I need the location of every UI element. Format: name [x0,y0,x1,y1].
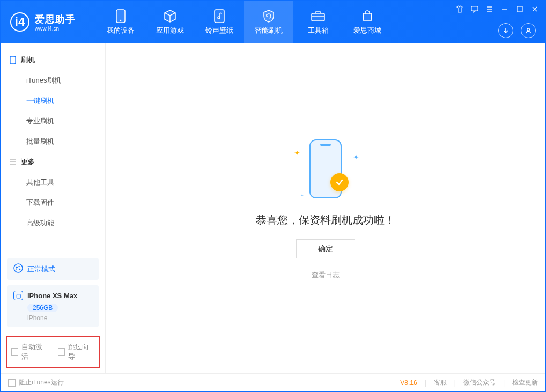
success-illustration: ✦ ✦ ✦ [291,137,360,201]
sidebar-section-flash: 刷机 [1,50,105,70]
section-title: 刷机 [21,55,35,65]
svg-point-1 [120,20,122,21]
logo-icon: i4 [10,12,29,32]
device-type: iPhone [27,314,92,322]
device-capacity: 256GB [27,304,58,312]
tab-apps[interactable]: 应用游戏 [145,1,195,43]
close-button[interactable] [530,5,539,13]
mode-icon [13,263,23,275]
tab-label: 工具箱 [308,26,329,35]
download-button[interactable] [498,23,513,38]
view-log-link[interactable]: 查看日志 [312,270,340,280]
sparkle-icon: ✦ [300,193,304,198]
footer-link-wechat[interactable]: 微信公众号 [463,378,496,387]
sidebar-item-pro-flash[interactable]: 专业刷机 [1,111,105,131]
checkbox-block-itunes[interactable]: 阻止iTunes运行 [8,378,64,387]
svg-point-7 [527,28,530,31]
mode-chip[interactable]: 正常模式 [7,258,99,280]
user-button[interactable] [521,23,536,38]
footer-link-cs[interactable]: 客服 [434,378,447,387]
main-content: ✦ ✦ ✦ 恭喜您，保资料刷机成功啦！ 确定 查看日志 [106,43,545,373]
tab-label: 我的设备 [107,26,135,35]
svg-rect-6 [517,6,522,12]
ok-button[interactable]: 确定 [296,239,355,258]
logo: i4 爱思助手 www.i4.cn [1,1,85,43]
nav-tabs: 我的设备 应用游戏 铃声壁纸 智能刷机 工具箱 爱思商城 [96,1,392,43]
success-message: 恭喜您，保资料刷机成功啦！ [256,213,395,227]
section-title: 更多 [21,157,35,167]
sidebar-section-more: 更多 [1,152,105,172]
version-label: V8.16 [400,379,417,387]
tab-label: 爱思商城 [353,26,381,35]
svg-rect-5 [471,6,478,11]
tab-toolbox[interactable]: 工具箱 [293,1,343,43]
minimize-button[interactable] [500,5,509,13]
checkbox-auto-activate[interactable]: 自动激活 [11,342,48,361]
device-icon: ▢ [13,291,23,300]
sparkle-icon: ✦ [353,153,359,161]
app-subtitle: www.i4.cn [35,26,76,32]
tab-my-device[interactable]: 我的设备 [96,1,145,43]
svg-rect-8 [10,56,16,64]
tab-ringtones[interactable]: 铃声壁纸 [195,1,244,43]
list-icon [9,158,17,166]
sparkle-icon: ✦ [294,149,300,157]
sidebar-item-advanced[interactable]: 高级功能 [1,213,105,233]
options-highlight: 自动激活 跳过向导 [6,336,100,368]
check-badge-icon [330,173,349,191]
svg-point-11 [19,269,21,270]
music-file-icon [213,9,225,24]
svg-rect-2 [215,10,224,23]
cube-icon [163,9,177,24]
tab-label: 应用游戏 [156,26,184,35]
device-name: iPhone XS Max [27,292,77,300]
tab-label: 智能刷机 [255,26,283,35]
phone-icon [115,9,126,24]
status-bar: 阻止iTunes运行 V8.16 | 客服 | 微信公众号 | 检查更新 [1,373,545,391]
tab-label: 铃声壁纸 [205,26,233,35]
footer-link-update[interactable]: 检查更新 [512,378,538,387]
phone-outline-icon [9,56,17,64]
bag-icon [361,9,374,24]
svg-point-9 [14,264,23,272]
sidebar-item-download-firmware[interactable]: 下载固件 [1,193,105,213]
maximize-button[interactable] [515,5,524,13]
sidebar-item-one-click-flash[interactable]: 一键刷机 [1,91,105,111]
sidebar: 刷机 iTunes刷机 一键刷机 专业刷机 批量刷机 更多 其他工具 下载固件 … [1,43,106,373]
tab-store[interactable]: 爱思商城 [343,1,392,43]
feedback-icon[interactable] [470,5,479,13]
app-title: 爱思助手 [35,13,76,26]
sidebar-item-batch-flash[interactable]: 批量刷机 [1,131,105,152]
mode-label: 正常模式 [27,264,55,274]
device-card[interactable]: ▢ iPhone XS Max 256GB iPhone [7,285,99,327]
menu-icon[interactable] [485,5,494,13]
toolbox-icon [311,9,326,24]
sidebar-item-other-tools[interactable]: 其他工具 [1,172,105,193]
sidebar-item-itunes-flash[interactable]: iTunes刷机 [1,70,105,91]
shirt-icon[interactable] [455,5,464,13]
app-header: i4 爱思助手 www.i4.cn 我的设备 应用游戏 铃声壁纸 智能刷机 [1,1,545,43]
shield-refresh-icon [262,9,276,24]
tab-flash[interactable]: 智能刷机 [244,1,293,43]
window-controls [455,5,539,13]
checkbox-skip-guide[interactable]: 跳过向导 [58,342,95,361]
svg-rect-4 [312,13,324,21]
